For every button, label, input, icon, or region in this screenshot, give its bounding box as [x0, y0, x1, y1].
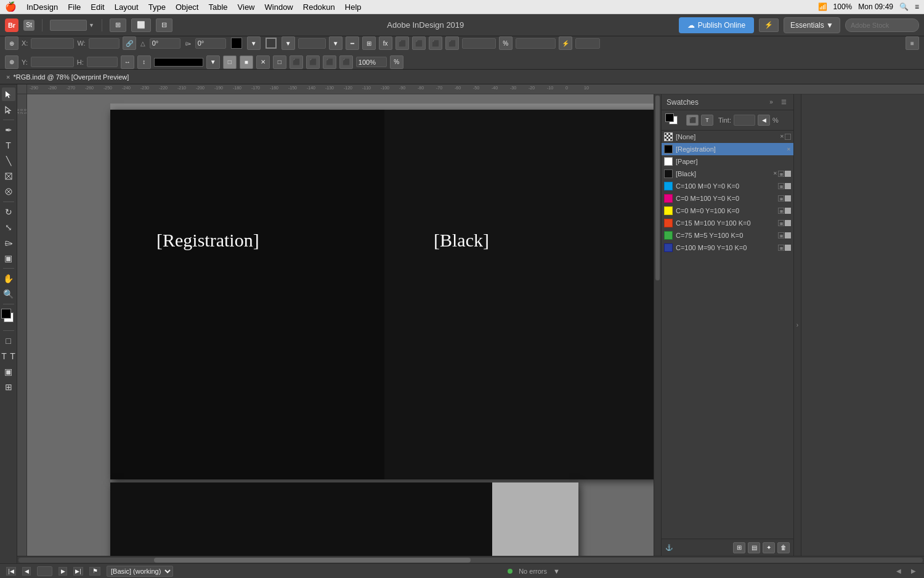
opacity-input2[interactable] — [356, 57, 387, 67]
text-frame-btn[interactable]: T — [0, 349, 8, 363]
distribute-h-btn[interactable]: ⬛ — [290, 55, 303, 69]
search-icon[interactable]: 🔍 — [899, 2, 909, 11]
direct-selection-tool[interactable] — [2, 103, 15, 116]
opacity2-btn[interactable]: % — [390, 55, 403, 69]
type-tool[interactable]: T — [2, 139, 15, 152]
swatch-row-6[interactable]: C=0 M=0 Y=100 K=0 ⊞ — [662, 205, 793, 217]
v-scroll-thumb[interactable] — [655, 96, 660, 280]
swatch-row-7[interactable]: C=15 M=100 Y=100 K=0 ⊞ — [662, 217, 793, 229]
align-top-btn[interactable]: ⬛ — [445, 36, 459, 50]
first-page-btn[interactable]: |◀ — [6, 567, 16, 576]
swatches-expand-btn[interactable]: » — [766, 97, 776, 107]
stroke-weight-input[interactable]: 1 pt — [298, 38, 326, 49]
collapse-toolbar-btn[interactable]: ≡ — [906, 36, 919, 50]
swatch-new-tint-btn[interactable]: ✦ — [763, 542, 775, 553]
frame-options-btn[interactable]: ⬜ — [131, 18, 151, 32]
align-left-btn[interactable]: ⬛ — [395, 36, 409, 50]
align-right-btn[interactable]: ⬛ — [429, 36, 442, 50]
swatch-row-4[interactable]: C=100 M=0 Y=0 K=0 ⊞ — [662, 180, 793, 192]
menu-table[interactable]: Table — [208, 2, 227, 12]
menu-view[interactable]: View — [238, 2, 255, 12]
color-none-btn[interactable]: ✕ — [256, 55, 270, 69]
rotate-tool[interactable]: ↻ — [2, 205, 15, 219]
menu-help[interactable]: Help — [345, 2, 362, 12]
h-input[interactable] — [87, 57, 118, 67]
swatch-fg-well[interactable] — [665, 113, 674, 122]
last-page-btn[interactable]: ▶| — [73, 567, 83, 576]
flip-v-btn[interactable]: ↕ — [137, 55, 151, 69]
h-input2[interactable]: 4,233 mm — [516, 38, 556, 49]
lightning-btn[interactable]: ⚡ — [759, 18, 779, 32]
layout-options-btn[interactable]: ⊟ — [156, 18, 172, 32]
menu-type[interactable]: Type — [148, 2, 166, 12]
flip-h-btn[interactable]: ↔ — [121, 55, 134, 69]
color-paper-btn[interactable]: □ — [273, 55, 286, 69]
menu-edit[interactable]: Edit — [91, 2, 104, 12]
next-page-btn[interactable]: ▶ — [59, 567, 67, 576]
align-center-btn[interactable]: ⬛ — [412, 36, 426, 50]
color-stroke-btn[interactable]: ■ — [240, 55, 253, 69]
w-input[interactable] — [89, 38, 120, 49]
stock-logo[interactable]: St — [23, 20, 34, 31]
selection-indicator[interactable]: ⊕ — [5, 36, 18, 50]
rectangle-frame-tool[interactable] — [2, 169, 15, 183]
panels-collapse-btn[interactable]: › — [793, 94, 801, 556]
free-transform-tool[interactable]: ⌲ — [2, 236, 15, 250]
y-input[interactable]: 5,167 mm — [31, 57, 74, 67]
zoom-tool[interactable]: 🔍 — [2, 287, 15, 301]
scale-tool[interactable]: ⤡ — [2, 221, 15, 234]
swatch-row-1[interactable]: [Registration] ✕ — [662, 143, 793, 155]
document-canvas[interactable]: [Registration] [Black] — [27, 94, 654, 556]
hand-tool[interactable]: ✋ — [2, 272, 15, 285]
stroke-style-btn2[interactable]: ⊞ — [362, 36, 376, 50]
stroke-options-btn[interactable]: ▼ — [282, 36, 295, 50]
h-scroll-thumb[interactable] — [154, 558, 471, 563]
swatch-delete-btn[interactable]: 🗑 — [777, 542, 790, 553]
constrain-btn[interactable]: 🔗 — [123, 36, 136, 50]
fx-btn[interactable]: fx — [379, 36, 392, 50]
tint-input[interactable]: 100 — [734, 115, 755, 126]
fill-options-btn[interactable]: ▼ — [247, 36, 261, 50]
swatch-row-9[interactable]: C=100 M=90 Y=10 K=0 ⊞ — [662, 242, 793, 254]
stroke-preview-btn[interactable]: ▼ — [206, 55, 220, 69]
swatch-stroke-mode[interactable]: T — [701, 115, 713, 126]
ellipse-frame-tool[interactable] — [2, 185, 15, 198]
swatch-new-swatch-btn[interactable]: ▤ — [748, 542, 760, 553]
opacity-input[interactable]: 100% — [462, 38, 496, 49]
horizontal-scrollbar[interactable] — [17, 556, 924, 563]
normal-mode-btn[interactable]: □ — [2, 334, 15, 348]
publish-online-button[interactable]: ☁ Publish Online — [679, 17, 754, 33]
swatch-row-2[interactable]: [Paper] — [662, 155, 793, 168]
view-options-btn[interactable]: ⊞ — [110, 18, 126, 32]
vertical-scrollbar[interactable] — [654, 94, 661, 556]
apple-menu[interactable]: 🍎 — [5, 1, 17, 12]
menu-indesign[interactable]: InDesign — [26, 2, 58, 12]
presentation-btn[interactable]: ⊞ — [2, 380, 15, 394]
quick-apply-btn[interactable]: ⚡ — [559, 36, 572, 50]
tint-down-btn[interactable]: ◀ — [758, 115, 770, 126]
distribute-v-btn[interactable]: ⬛ — [306, 55, 320, 69]
menu-file[interactable]: File — [68, 2, 81, 12]
swatch-row-8[interactable]: C=75 M=5 Y=100 K=0 ⊞ — [662, 229, 793, 242]
x-input[interactable]: 232,167 mm — [31, 38, 74, 49]
menu-layout[interactable]: Layout — [115, 2, 139, 12]
opacity-btn[interactable]: % — [499, 36, 513, 50]
menu-window[interactable]: Window — [265, 2, 293, 12]
gradient-tool[interactable]: ▣ — [2, 251, 15, 265]
menu-redokun[interactable]: Redokun — [303, 2, 335, 12]
preview-btn[interactable]: ▣ — [2, 365, 15, 378]
status-left-expand[interactable]: ◀ — [894, 567, 903, 576]
line-tool[interactable]: ╲ — [2, 154, 15, 168]
swatch-new-color-group-btn[interactable]: ⊞ — [733, 542, 745, 553]
fill-color-preview[interactable] — [231, 38, 242, 49]
align-spread-btn[interactable]: ⬛ — [323, 55, 336, 69]
control-strip-icon[interactable]: ≡ — [915, 2, 919, 11]
status-right-expand[interactable]: ▶ — [909, 567, 918, 576]
zoom-control[interactable]: 77,5% ▼ — [50, 20, 94, 31]
menu-object[interactable]: Object — [176, 2, 199, 12]
extra-input[interactable] — [575, 38, 600, 49]
swatch-row-5[interactable]: C=0 M=100 Y=0 K=0 ⊞ — [662, 192, 793, 205]
shear-input[interactable] — [195, 38, 226, 49]
pen-tool[interactable]: ✒ — [2, 123, 15, 137]
swatch-fill-mode[interactable]: ⬛ — [686, 115, 699, 126]
